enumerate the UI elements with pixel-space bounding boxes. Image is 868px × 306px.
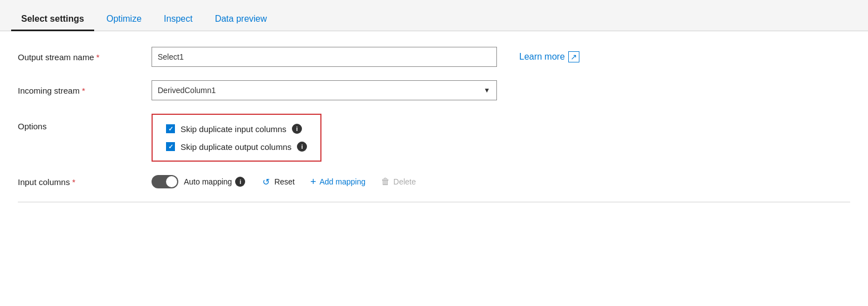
options-box: Skip duplicate input columns i Skip dupl… <box>152 114 321 162</box>
delete-button[interactable]: 🗑 Delete <box>381 177 416 187</box>
reset-button[interactable]: ↺ Reset <box>261 177 295 187</box>
skip-duplicate-output-info-icon[interactable]: i <box>297 142 307 152</box>
output-stream-name-row: Output stream name * Learn more ↗ <box>18 47 850 67</box>
incoming-stream-row: Incoming stream * DerivedColumn1 ▼ <box>18 80 850 100</box>
incoming-stream-select[interactable]: DerivedColumn1 <box>152 80 497 100</box>
skip-duplicate-output-checkbox[interactable] <box>166 142 175 151</box>
tab-data-preview[interactable]: Data preview <box>205 14 277 31</box>
skip-duplicate-input-label: Skip duplicate input columns <box>181 124 286 134</box>
auto-mapping-toggle[interactable] <box>152 175 178 188</box>
auto-mapping-label-wrapper: Auto mapping i <box>184 177 245 187</box>
output-stream-required-star: * <box>96 52 100 62</box>
content-area: Output stream name * Learn more ↗ Incomi… <box>0 31 868 218</box>
plus-icon: + <box>310 176 316 188</box>
skip-duplicate-input-info-icon[interactable]: i <box>292 124 302 134</box>
skip-duplicate-input-row: Skip duplicate input columns i <box>166 124 307 134</box>
bottom-divider <box>18 202 850 202</box>
skip-duplicate-input-checkbox[interactable] <box>166 124 175 133</box>
tab-optimize[interactable]: Optimize <box>96 14 152 31</box>
auto-mapping-toggle-wrapper: Auto mapping i <box>152 175 245 188</box>
incoming-stream-required-star: * <box>82 86 85 95</box>
external-link-icon: ↗ <box>568 51 579 62</box>
learn-more-link[interactable]: Learn more ↗ <box>519 51 579 62</box>
tab-bar: Select settings Optimize Inspect Data pr… <box>0 0 868 31</box>
trash-icon: 🗑 <box>381 177 390 187</box>
output-stream-name-label: Output stream name * <box>18 52 152 62</box>
toggle-knob <box>166 176 177 187</box>
reset-icon: ↺ <box>261 177 271 187</box>
tab-select-settings[interactable]: Select settings <box>11 14 94 31</box>
main-container: Select settings Optimize Inspect Data pr… <box>0 0 868 306</box>
auto-mapping-info-icon[interactable]: i <box>235 177 245 187</box>
skip-duplicate-output-row: Skip duplicate output columns i <box>166 142 307 152</box>
add-mapping-button[interactable]: + Add mapping <box>310 176 365 188</box>
input-columns-controls: Auto mapping i ↺ Reset + Add mapping 🗑 <box>152 175 416 188</box>
input-columns-row: Input columns * Auto mapping i ↺ <box>18 175 850 188</box>
skip-duplicate-output-label: Skip duplicate output columns <box>181 142 291 152</box>
incoming-stream-select-wrapper: DerivedColumn1 ▼ <box>152 80 497 100</box>
output-stream-name-input[interactable] <box>152 47 497 67</box>
options-label: Options <box>18 114 152 131</box>
options-row: Options Skip duplicate input columns i S… <box>18 114 850 162</box>
incoming-stream-label: Incoming stream * <box>18 86 152 95</box>
output-stream-name-input-wrapper <box>152 47 497 67</box>
input-columns-label: Input columns * <box>18 177 152 187</box>
input-columns-required-star: * <box>72 177 75 187</box>
tab-inspect[interactable]: Inspect <box>154 14 203 31</box>
